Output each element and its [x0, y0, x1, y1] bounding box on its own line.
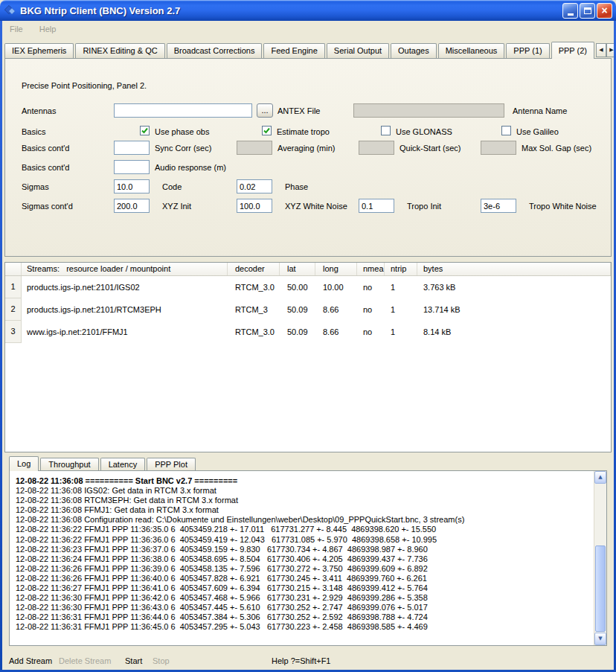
- tab-ephemeris[interactable]: IEX Ephemeris: [4, 43, 74, 58]
- antennas-row: Antennas ... ANTEX File Antenna Name: [5, 103, 611, 119]
- xyz-init-input[interactable]: [114, 199, 150, 213]
- add-stream-button[interactable]: Add Stream: [9, 656, 52, 665]
- chevron-left-icon: ◀: [599, 48, 603, 53]
- cell-long: 10.00: [315, 276, 357, 298]
- stream-row[interactable]: 3 www.igs-ip.net:2101/FFMJ1 RTCM_3.0 50.…: [5, 321, 611, 343]
- sigma-phase-label: Phase: [285, 182, 308, 191]
- help-button[interactable]: Help ?=Shift+F1: [272, 656, 331, 665]
- tab-broadcast-corrections[interactable]: Broadcast Corrections: [167, 43, 263, 58]
- log-line: 12-08-22 11:36:08 FFMJ1: Get data in RTC…: [16, 505, 593, 515]
- log-scrollbar[interactable]: ▲ ▼: [594, 471, 606, 645]
- triangle-up-icon: ▲: [598, 475, 602, 480]
- estimate-tropo-checkbox[interactable]: [262, 126, 272, 135]
- audio-response-input[interactable]: [114, 160, 150, 174]
- sigma-code-input[interactable]: [114, 179, 150, 193]
- scrollbar-thumb[interactable]: [595, 545, 606, 632]
- log-line: 12-08-22 11:36:24 FFMJ1 PPP 11:36:38.0 6…: [16, 554, 593, 564]
- log-line: 12-08-22 11:36:26 FFMJ1 PPP 11:36:40.0 6…: [16, 574, 593, 583]
- header-bytes: bytes: [417, 263, 611, 275]
- header-decoder: decoder: [228, 263, 280, 275]
- cell-lat: 50.09: [280, 298, 315, 321]
- menu-file[interactable]: File: [7, 23, 25, 35]
- cell-lat: 50.00: [280, 276, 315, 298]
- stream-row[interactable]: 1 products.igs-ip.net:2101/IGS02 RTCM_3.…: [5, 276, 611, 298]
- quick-start-label: Quick-Start (sec): [400, 144, 461, 153]
- streams-table: Streams: resource loader / mountpoint de…: [4, 262, 612, 452]
- averaging-label: Averaging (min): [277, 144, 335, 153]
- tab-latency[interactable]: Latency: [100, 458, 146, 470]
- basics-contd2-label: Basics cont'd: [22, 163, 69, 172]
- close-button[interactable]: ×: [597, 3, 612, 19]
- header-lat: lat: [280, 263, 315, 275]
- averaging-input: [237, 141, 272, 155]
- tropo-init-input[interactable]: [359, 199, 394, 213]
- tab-ppp-1[interactable]: PPP (1): [506, 43, 549, 58]
- tab-rinex-editing-qc[interactable]: RINEX Editing & QC: [75, 43, 164, 58]
- cell-decoder: RTCM_3.0: [228, 321, 280, 343]
- header-ntrip: ntrip: [385, 263, 417, 275]
- triangle-down-icon: ▼: [598, 636, 602, 641]
- xyz-white-noise-input[interactable]: [237, 199, 272, 213]
- tropo-white-noise-input[interactable]: [481, 199, 516, 213]
- tab-outages[interactable]: Outages: [391, 43, 437, 58]
- minimize-button[interactable]: [562, 3, 578, 19]
- stop-button[interactable]: Stop: [153, 656, 170, 665]
- antex-browse-button[interactable]: ...: [257, 103, 273, 118]
- header-nmea: nmea: [357, 263, 385, 275]
- tab-ppp-2[interactable]: PPP (2): [551, 42, 594, 59]
- streams-header-row: Streams: resource loader / mountpoint de…: [5, 263, 611, 276]
- stream-row[interactable]: 2 products.igs-ip.net:2101/RTCM3EPH RTCM…: [5, 298, 611, 321]
- cell-long: 8.66: [315, 298, 357, 321]
- basics-contd-label: Basics cont'd: [22, 144, 69, 153]
- start-button[interactable]: Start: [125, 656, 142, 665]
- tab-ppp-plot[interactable]: PPP Plot: [147, 458, 196, 470]
- log-line: 12-08-22 11:36:08 IGS02: Get data in RTC…: [16, 486, 593, 496]
- log-line: 12-08-22 11:36:30 FFMJ1 PPP 11:36:42.0 6…: [16, 593, 593, 603]
- tab-log[interactable]: Log: [9, 456, 39, 471]
- scroll-down-button[interactable]: ▼: [594, 633, 606, 645]
- antennas-input[interactable]: [114, 103, 252, 118]
- cell-nmea: no: [357, 298, 385, 321]
- cell-long: 8.66: [315, 321, 357, 343]
- cell-bytes: 3.763 kB: [417, 276, 611, 298]
- use-phase-obs-checkbox[interactable]: [140, 126, 150, 135]
- tropo-white-noise-label: Tropo White Noise: [529, 202, 597, 211]
- log-line: 12-08-22 11:36:23 FFMJ1 PPP 11:36:37.0 6…: [16, 545, 593, 554]
- scroll-up-button[interactable]: ▲: [594, 471, 606, 484]
- sigma-phase-input[interactable]: [237, 179, 272, 193]
- use-phase-obs-label: Use phase obs: [155, 127, 209, 136]
- window-controls: ×: [562, 3, 612, 19]
- statusbar: Add Stream Delete Stream Start Stop Help…: [0, 649, 616, 670]
- cell-mountpoint: products.igs-ip.net:2101/RTCM3EPH: [22, 298, 228, 321]
- panel-caption: Precise Point Positioning, Panel 2.: [22, 81, 147, 90]
- maximize-icon: [584, 7, 591, 14]
- tab-throughput[interactable]: Throughput: [40, 458, 98, 470]
- cell-ntrip: 1: [385, 321, 417, 343]
- audio-response-label: Audio response (m): [155, 163, 226, 172]
- basics-row: Basics Use phase obs Estimate tropo Use …: [5, 124, 611, 140]
- antennas-label: Antennas: [22, 106, 56, 115]
- quick-start-input: [359, 141, 394, 155]
- log-line: 12-08-22 11:36:08 RTCM3EPH: Get data in …: [16, 496, 593, 505]
- maximize-button[interactable]: [580, 3, 595, 19]
- cell-decoder: RTCM_3: [228, 298, 280, 321]
- log-line: 12-08-22 11:36:22 FFMJ1 PPP 11:36:35.0 6…: [16, 525, 593, 534]
- menu-help[interactable]: Help: [37, 23, 59, 35]
- app-icon: [4, 4, 16, 16]
- sigmas-contd-label: Sigmas cont'd: [22, 202, 73, 211]
- log-line: 12-08-22 11:36:26 FFMJ1 PPP 11:36:39.0 6…: [16, 564, 593, 574]
- cell-ntrip: 1: [385, 276, 417, 298]
- sync-corr-label: Sync Corr (sec): [155, 144, 211, 153]
- use-galileo-checkbox[interactable]: [501, 126, 511, 135]
- max-sol-gap-label: Max Sol. Gap (sec): [522, 144, 591, 153]
- tab-scroll-left-button[interactable]: ◀: [596, 43, 606, 57]
- titlebar[interactable]: BKG Ntrip Client (BNC) Version 2.7 ×: [0, 0, 616, 21]
- tab-feed-engine[interactable]: Feed Engine: [263, 43, 324, 58]
- use-glonass-checkbox[interactable]: [381, 126, 391, 135]
- tab-serial-output[interactable]: Serial Output: [327, 43, 389, 58]
- log-line: 12-08-22 11:36:27 FFMJ1 PPP 11:36:41.0 6…: [16, 583, 593, 593]
- sync-corr-input[interactable]: [114, 141, 150, 155]
- delete-stream-button[interactable]: Delete Stream: [59, 656, 111, 665]
- max-sol-gap-input: [481, 141, 516, 155]
- tab-miscellaneous[interactable]: Miscellaneous: [438, 43, 505, 58]
